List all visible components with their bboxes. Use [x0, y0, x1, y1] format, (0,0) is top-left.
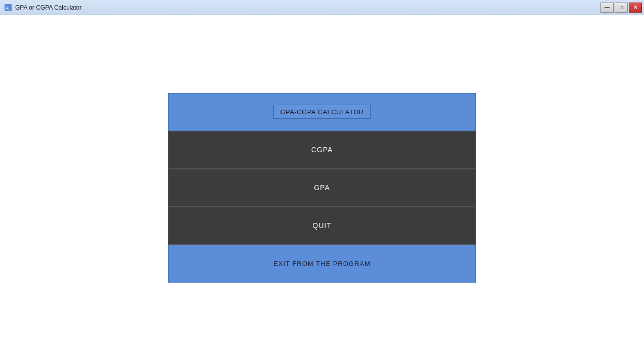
- exit-label: EXIT FROM THE PROGRAM: [273, 260, 371, 267]
- maximize-button[interactable]: □: [615, 3, 628, 13]
- gpa-button[interactable]: GPA: [168, 169, 476, 207]
- calculator-container: GPA-CGPA CALCULATOR CGPA GPA QUIT EXIT F…: [168, 93, 476, 283]
- app-icon: A: [4, 4, 12, 12]
- main-content: GPA-CGPA CALCULATOR CGPA GPA QUIT EXIT F…: [0, 15, 644, 360]
- header-inner: GPA-CGPA CALCULATOR: [273, 105, 370, 119]
- minimize-button[interactable]: —: [600, 3, 614, 13]
- window-controls: — □ ✕: [600, 3, 642, 13]
- cgpa-button[interactable]: CGPA: [168, 131, 476, 169]
- gpa-label: GPA: [314, 184, 330, 192]
- window-title: GPA or CGPA Calculator: [15, 4, 82, 11]
- svg-text:A: A: [6, 6, 9, 11]
- quit-label: QUIT: [312, 221, 331, 230]
- title-bar: A GPA or CGPA Calculator — □ ✕: [0, 0, 644, 15]
- close-button[interactable]: ✕: [629, 3, 642, 13]
- cgpa-label: CGPA: [311, 146, 333, 154]
- exit-button[interactable]: EXIT FROM THE PROGRAM: [168, 245, 476, 283]
- quit-button[interactable]: QUIT: [168, 207, 476, 245]
- title-bar-left: A GPA or CGPA Calculator: [4, 4, 82, 12]
- header-title: GPA-CGPA CALCULATOR: [280, 108, 364, 116]
- calculator-header: GPA-CGPA CALCULATOR: [168, 93, 476, 131]
